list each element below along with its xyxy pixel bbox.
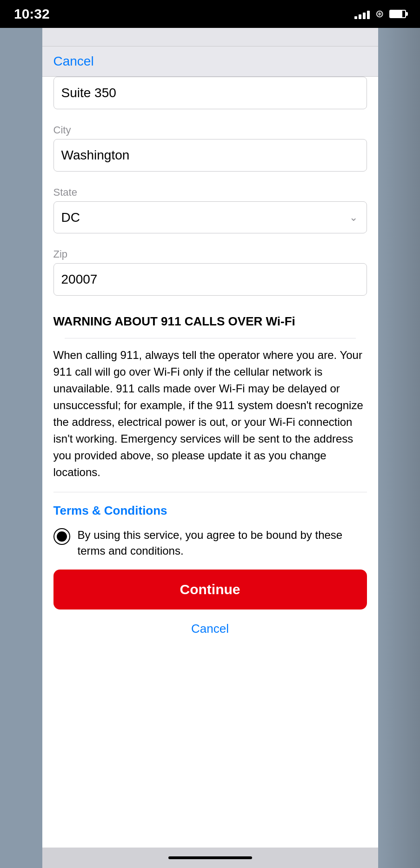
zip-label: Zip <box>53 241 367 263</box>
wifi-icon: ⊛ <box>375 8 384 20</box>
city-label: City <box>53 117 367 139</box>
content-area: Cancel City State <box>42 28 378 868</box>
continue-button[interactable]: Continue <box>53 570 367 610</box>
terms-conditions-link[interactable]: Terms & Conditions <box>53 504 367 518</box>
status-icons: ⊛ <box>354 8 406 20</box>
warning-title: WARNING ABOUT 911 CALLS OVER Wi-Fi <box>53 314 367 329</box>
nav-bar: Cancel <box>42 46 378 77</box>
zip-input[interactable] <box>53 263 367 296</box>
home-indicator-bar <box>42 848 378 868</box>
warning-body: When calling 911, always tell the operat… <box>53 347 367 481</box>
state-select-wrapper: DC AL AK AZ CA CO FL GA MD NY TX VA <box>53 201 367 233</box>
suite-group <box>53 77 367 117</box>
status-bar: 10:32 ⊛ <box>0 0 420 28</box>
terms-radio-button[interactable] <box>53 528 70 545</box>
top-peek <box>42 28 378 46</box>
signal-bars-icon <box>354 9 370 19</box>
state-label: State <box>53 179 367 201</box>
city-group: City <box>53 117 367 179</box>
phone-wrapper: 10:32 ⊛ Cancel <box>0 0 420 868</box>
terms-agree-row: By using this service, you agree to be b… <box>53 527 367 558</box>
state-group: State DC AL AK AZ CA CO FL GA MD NY <box>53 179 367 233</box>
terms-section: Terms & Conditions By using this service… <box>42 492 378 558</box>
battery-icon <box>389 10 406 18</box>
radio-inner <box>57 531 67 542</box>
status-time: 10:32 <box>14 6 50 22</box>
suite-input[interactable] <box>53 77 367 109</box>
cancel-bottom-button[interactable]: Cancel <box>53 617 367 643</box>
form-section: City State DC AL AK AZ CA CO <box>42 77 378 303</box>
state-select[interactable]: DC AL AK AZ CA CO FL GA MD NY TX VA <box>53 201 367 233</box>
home-indicator <box>168 856 252 859</box>
cancel-top-button[interactable]: Cancel <box>53 54 94 69</box>
zip-group: Zip <box>53 241 367 303</box>
terms-agree-text: By using this service, you agree to be b… <box>78 527 367 558</box>
warning-section: WARNING ABOUT 911 CALLS OVER Wi-Fi When … <box>42 303 378 492</box>
city-input[interactable] <box>53 139 367 172</box>
scroll-content: City State DC AL AK AZ CA CO <box>42 77 378 848</box>
divider-top <box>65 338 356 338</box>
action-area: Continue Cancel <box>42 570 378 651</box>
